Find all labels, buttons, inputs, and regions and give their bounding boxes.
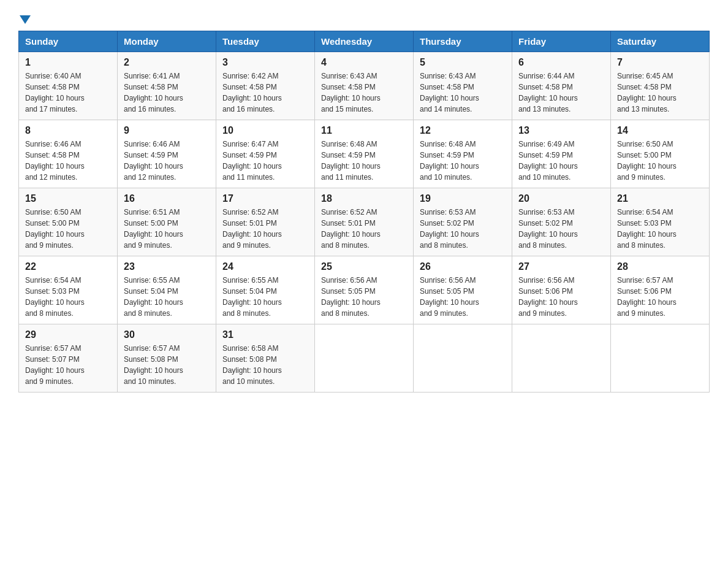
calendar-cell: 8Sunrise: 6:46 AMSunset: 4:58 PMDaylight… [19, 120, 118, 188]
day-info: Sunrise: 6:49 AMSunset: 4:59 PMDaylight:… [518, 139, 604, 183]
col-header-thursday: Thursday [414, 31, 512, 52]
day-number: 24 [222, 261, 308, 272]
day-info: Sunrise: 6:55 AMSunset: 5:04 PMDaylight:… [124, 275, 210, 319]
day-number: 12 [420, 125, 506, 136]
day-number: 31 [222, 329, 308, 340]
day-info: Sunrise: 6:57 AMSunset: 5:06 PMDaylight:… [617, 275, 703, 319]
calendar-cell: 10Sunrise: 6:47 AMSunset: 4:59 PMDayligh… [216, 120, 315, 188]
week-row-5: 29Sunrise: 6:57 AMSunset: 5:07 PMDayligh… [19, 324, 710, 393]
day-number: 21 [617, 193, 703, 204]
calendar-cell: 28Sunrise: 6:57 AMSunset: 5:06 PMDayligh… [611, 256, 710, 324]
day-number: 1 [25, 57, 111, 68]
day-info: Sunrise: 6:58 AMSunset: 5:08 PMDaylight:… [222, 343, 308, 387]
logo [18, 12, 31, 21]
day-info: Sunrise: 6:53 AMSunset: 5:02 PMDaylight:… [518, 207, 604, 251]
calendar-cell: 2Sunrise: 6:41 AMSunset: 4:58 PMDaylight… [118, 52, 216, 120]
calendar-cell: 29Sunrise: 6:57 AMSunset: 5:07 PMDayligh… [19, 324, 118, 393]
day-number: 27 [518, 261, 604, 272]
day-number: 30 [124, 329, 210, 340]
day-info: Sunrise: 6:54 AMSunset: 5:03 PMDaylight:… [25, 275, 111, 319]
calendar-header-row: SundayMondayTuesdayWednesdayThursdayFrid… [19, 31, 710, 52]
day-number: 15 [25, 193, 111, 204]
day-number: 7 [617, 57, 703, 68]
calendar-cell: 31Sunrise: 6:58 AMSunset: 5:08 PMDayligh… [216, 324, 315, 393]
day-info: Sunrise: 6:41 AMSunset: 4:58 PMDaylight:… [124, 71, 210, 115]
calendar-cell [315, 324, 414, 393]
week-row-2: 8Sunrise: 6:46 AMSunset: 4:58 PMDaylight… [19, 120, 710, 188]
day-info: Sunrise: 6:52 AMSunset: 5:01 PMDaylight:… [222, 207, 308, 251]
day-info: Sunrise: 6:56 AMSunset: 5:05 PMDaylight:… [321, 275, 407, 319]
day-info: Sunrise: 6:46 AMSunset: 4:59 PMDaylight:… [124, 139, 210, 183]
day-number: 2 [124, 57, 210, 68]
day-info: Sunrise: 6:50 AMSunset: 5:00 PMDaylight:… [25, 207, 111, 251]
day-info: Sunrise: 6:51 AMSunset: 5:00 PMDaylight:… [124, 207, 210, 251]
calendar-cell: 14Sunrise: 6:50 AMSunset: 5:00 PMDayligh… [611, 120, 710, 188]
day-info: Sunrise: 6:54 AMSunset: 5:03 PMDaylight:… [617, 207, 703, 251]
day-info: Sunrise: 6:46 AMSunset: 4:58 PMDaylight:… [25, 139, 111, 183]
day-info: Sunrise: 6:57 AMSunset: 5:07 PMDaylight:… [25, 343, 111, 387]
calendar-cell: 15Sunrise: 6:50 AMSunset: 5:00 PMDayligh… [19, 188, 118, 256]
logo-arrow-icon [20, 15, 31, 24]
page-header [18, 12, 710, 21]
calendar-cell: 23Sunrise: 6:55 AMSunset: 5:04 PMDayligh… [118, 256, 216, 324]
calendar-cell [414, 324, 512, 393]
week-row-1: 1Sunrise: 6:40 AMSunset: 4:58 PMDaylight… [19, 52, 710, 120]
day-number: 18 [321, 193, 407, 204]
day-info: Sunrise: 6:57 AMSunset: 5:08 PMDaylight:… [124, 343, 210, 387]
calendar-cell: 19Sunrise: 6:53 AMSunset: 5:02 PMDayligh… [414, 188, 512, 256]
calendar-cell: 22Sunrise: 6:54 AMSunset: 5:03 PMDayligh… [19, 256, 118, 324]
calendar-table: SundayMondayTuesdayWednesdayThursdayFrid… [18, 31, 710, 393]
calendar-cell: 21Sunrise: 6:54 AMSunset: 5:03 PMDayligh… [611, 188, 710, 256]
calendar-cell: 25Sunrise: 6:56 AMSunset: 5:05 PMDayligh… [315, 256, 414, 324]
day-number: 3 [222, 57, 308, 68]
day-number: 11 [321, 125, 407, 136]
col-header-wednesday: Wednesday [315, 31, 414, 52]
day-info: Sunrise: 6:43 AMSunset: 4:58 PMDaylight:… [321, 71, 407, 115]
day-number: 4 [321, 57, 407, 68]
day-info: Sunrise: 6:56 AMSunset: 5:06 PMDaylight:… [518, 275, 604, 319]
day-number: 25 [321, 261, 407, 272]
calendar-cell: 18Sunrise: 6:52 AMSunset: 5:01 PMDayligh… [315, 188, 414, 256]
day-info: Sunrise: 6:40 AMSunset: 4:58 PMDaylight:… [25, 71, 111, 115]
day-number: 8 [25, 125, 111, 136]
calendar-cell: 24Sunrise: 6:55 AMSunset: 5:04 PMDayligh… [216, 256, 315, 324]
calendar-cell: 7Sunrise: 6:45 AMSunset: 4:58 PMDaylight… [611, 52, 710, 120]
calendar-cell: 30Sunrise: 6:57 AMSunset: 5:08 PMDayligh… [118, 324, 216, 393]
day-number: 23 [124, 261, 210, 272]
calendar-cell: 1Sunrise: 6:40 AMSunset: 4:58 PMDaylight… [19, 52, 118, 120]
day-number: 13 [518, 125, 604, 136]
day-number: 22 [25, 261, 111, 272]
calendar-cell: 3Sunrise: 6:42 AMSunset: 4:58 PMDaylight… [216, 52, 315, 120]
day-info: Sunrise: 6:47 AMSunset: 4:59 PMDaylight:… [222, 139, 308, 183]
day-number: 26 [420, 261, 506, 272]
day-number: 14 [617, 125, 703, 136]
calendar-cell: 9Sunrise: 6:46 AMSunset: 4:59 PMDaylight… [118, 120, 216, 188]
week-row-4: 22Sunrise: 6:54 AMSunset: 5:03 PMDayligh… [19, 256, 710, 324]
day-number: 5 [420, 57, 506, 68]
day-number: 6 [518, 57, 604, 68]
col-header-sunday: Sunday [19, 31, 118, 52]
calendar-cell: 6Sunrise: 6:44 AMSunset: 4:58 PMDaylight… [512, 52, 611, 120]
col-header-tuesday: Tuesday [216, 31, 315, 52]
day-info: Sunrise: 6:52 AMSunset: 5:01 PMDaylight:… [321, 207, 407, 251]
calendar-cell [512, 324, 611, 393]
calendar-cell: 16Sunrise: 6:51 AMSunset: 5:00 PMDayligh… [118, 188, 216, 256]
day-number: 20 [518, 193, 604, 204]
calendar-cell: 17Sunrise: 6:52 AMSunset: 5:01 PMDayligh… [216, 188, 315, 256]
day-number: 16 [124, 193, 210, 204]
day-info: Sunrise: 6:55 AMSunset: 5:04 PMDaylight:… [222, 275, 308, 319]
day-number: 10 [222, 125, 308, 136]
calendar-cell: 11Sunrise: 6:48 AMSunset: 4:59 PMDayligh… [315, 120, 414, 188]
day-info: Sunrise: 6:48 AMSunset: 4:59 PMDaylight:… [321, 139, 407, 183]
day-number: 9 [124, 125, 210, 136]
calendar-cell: 13Sunrise: 6:49 AMSunset: 4:59 PMDayligh… [512, 120, 611, 188]
week-row-3: 15Sunrise: 6:50 AMSunset: 5:00 PMDayligh… [19, 188, 710, 256]
calendar-cell [611, 324, 710, 393]
day-info: Sunrise: 6:45 AMSunset: 4:58 PMDaylight:… [617, 71, 703, 115]
day-number: 29 [25, 329, 111, 340]
calendar-cell: 27Sunrise: 6:56 AMSunset: 5:06 PMDayligh… [512, 256, 611, 324]
day-info: Sunrise: 6:56 AMSunset: 5:05 PMDaylight:… [420, 275, 506, 319]
calendar-cell: 20Sunrise: 6:53 AMSunset: 5:02 PMDayligh… [512, 188, 611, 256]
day-info: Sunrise: 6:50 AMSunset: 5:00 PMDaylight:… [617, 139, 703, 183]
col-header-friday: Friday [512, 31, 611, 52]
